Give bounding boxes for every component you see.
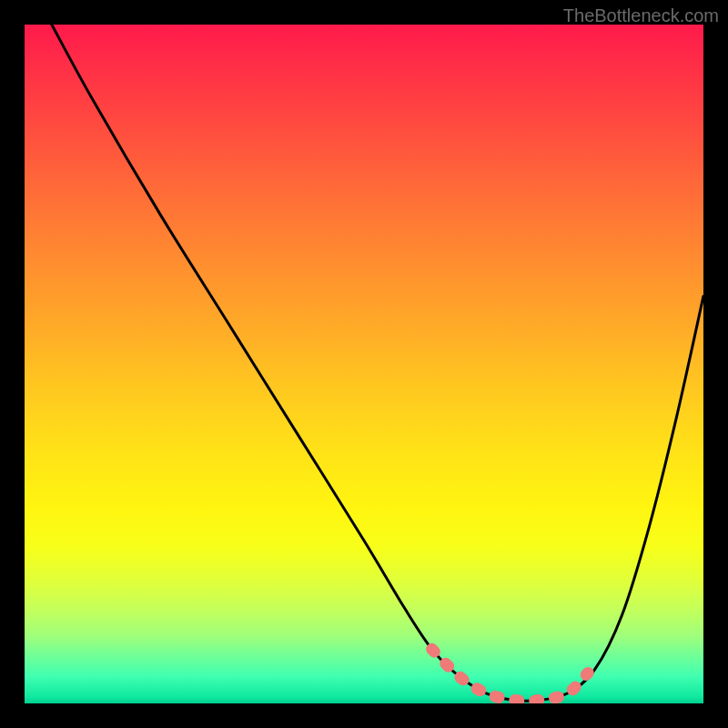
bottleneck-curve-line	[52, 25, 703, 701]
optimal-range-highlight	[432, 649, 589, 701]
chart-plot-area	[25, 25, 703, 703]
chart-svg	[25, 25, 703, 703]
watermark-label: TheBottleneck.com	[563, 5, 719, 26]
